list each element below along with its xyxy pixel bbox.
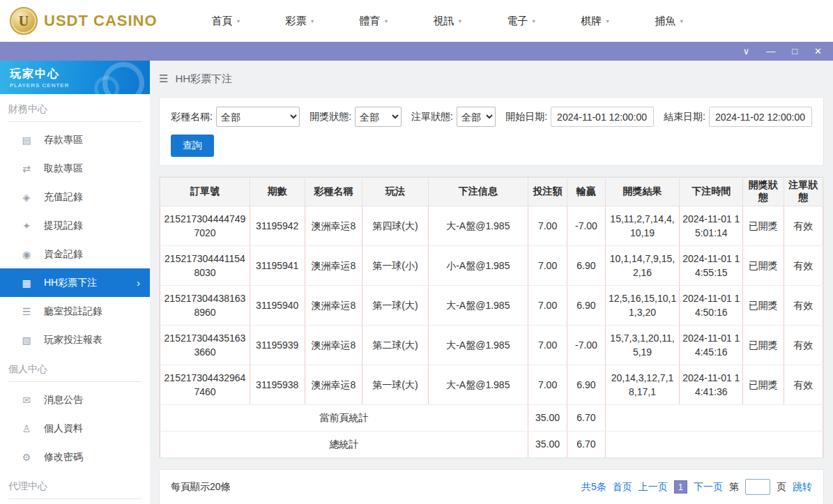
cell-order-id: 2152173044411548030 [160, 246, 250, 286]
players-center-header: 玩家中心 PLAYERS CENTER [0, 61, 150, 94]
menu-toggle-icon[interactable]: ☰ [159, 72, 168, 85]
section-agent-center: 代理中心 [8, 480, 142, 499]
pager: 共5条 首页 上一页 1 下一页 第 页 跳转 [581, 479, 812, 495]
cell-order-status: 有效 [784, 206, 823, 246]
hall-bet-record-icon: ☰ [21, 306, 32, 317]
summary-body: 當前頁統計 35.00 6.70 總統計 35.00 6.70 [160, 405, 823, 458]
page-size-text: 每頁顯示20條 [171, 481, 231, 494]
cell-bet-amount: 7.00 [528, 326, 567, 365]
nav-item-home[interactable]: 首頁▼ [212, 15, 241, 28]
lottery-name-label: 彩種名稱: [171, 111, 213, 123]
sidebar-item-label: 資金記錄 [44, 248, 83, 261]
start-date-input[interactable] [551, 107, 654, 127]
cell-lottery-name: 澳洲幸运8 [305, 206, 362, 246]
cell-draw-result: 20,14,3,12,7,18,17,1 [605, 365, 680, 405]
search-button[interactable]: 查詢 [171, 135, 214, 157]
order-status-select[interactable]: 全部 [457, 107, 496, 127]
cell-bet-time: 2024-11-01 14:55:15 [680, 246, 743, 286]
col-bet-info: 下注信息 [428, 178, 528, 206]
col-bet-amount: 投注額 [528, 178, 567, 206]
summary-empty [605, 432, 823, 458]
cell-win-loss: -7.00 [567, 326, 605, 365]
brand-logo: U USDT CASINO [10, 7, 158, 35]
cell-bet-time: 2024-11-01 14:45:16 [680, 326, 743, 365]
maximize-icon[interactable]: □ [792, 47, 797, 56]
page-jump-input[interactable] [745, 479, 770, 495]
cell-order-id: 2152173044447497020 [160, 206, 250, 246]
chevron-right-icon: › [137, 277, 140, 289]
main-content: ☰ HH彩票下注 彩種名稱: 全部 開獎狀態: 全部 注單狀態: 全部 開始日期… [150, 61, 833, 504]
section-personal-center: 個人中心 [8, 363, 142, 382]
lottery-name-select[interactable]: 全部 [216, 107, 300, 127]
sidebar-item-label: 存款專區 [44, 134, 83, 146]
total-count: 共5条 [581, 481, 606, 494]
cell-order-status: 有效 [784, 246, 823, 286]
jump-button[interactable]: 跳转 [793, 481, 812, 494]
sidebar-item-announcements[interactable]: ✉消息公告 [0, 385, 150, 414]
cell-lottery-name: 澳洲幸运8 [305, 326, 362, 365]
chevron-down-icon: ▼ [605, 19, 610, 24]
sidebar-item-withdraw[interactable]: ⇄取款專區 [0, 154, 150, 183]
sidebar-item-label: HH彩票下注 [44, 277, 97, 289]
cell-bet-amount: 7.00 [528, 206, 567, 246]
chevron-down-icon: ▼ [457, 19, 462, 24]
cell-bet-amount: 7.00 [528, 286, 567, 326]
sidebar-item-deposit[interactable]: ▤存款專區 [0, 125, 150, 154]
current-page[interactable]: 1 [674, 480, 687, 494]
col-lottery-name: 彩種名稱 [305, 178, 362, 206]
end-date-input[interactable] [709, 107, 812, 127]
col-bet-time: 下注時間 [680, 178, 743, 206]
sidebar-item-withdrawal-record[interactable]: ✦提現記錄 [0, 211, 150, 240]
sidebar-item-change-password[interactable]: ⚙修改密碼 [0, 443, 150, 471]
close-icon[interactable]: ✕ [814, 47, 822, 56]
collapse-icon[interactable]: ∨ [743, 47, 750, 56]
sidebar-item-recharge-record[interactable]: ◈充值記錄 [0, 183, 150, 211]
cell-play-type: 第二球(大) [362, 326, 429, 365]
prev-page-link[interactable]: 上一页 [639, 481, 668, 494]
cell-draw-status: 已開獎 [743, 206, 784, 246]
cell-order-status: 有效 [784, 326, 823, 365]
sidebar-item-profile[interactable]: ♙個人資料 [0, 414, 150, 443]
cell-lottery-name: 澳洲幸运8 [305, 286, 362, 326]
sidebar-item-hall-bet-records[interactable]: ☰廳室投註記錄 [0, 297, 150, 326]
top-nav: 首頁▼ 彩票▼ 體育▼ 視訊▼ 電子▼ 棋牌▼ 捕魚▼ [212, 15, 685, 28]
start-date-label: 開始日期: [505, 111, 547, 123]
cell-play-type: 第一球(大) [362, 286, 429, 326]
cell-bet-info: 大-A盤@1.985 [428, 365, 528, 405]
nav-item-live-video[interactable]: 視訊▼ [433, 15, 462, 28]
table-row: 2152173044351633660 31195939 澳洲幸运8 第二球(大… [160, 326, 823, 365]
cell-lottery-name: 澳洲幸运8 [305, 365, 362, 405]
cell-draw-status: 已開獎 [743, 365, 784, 405]
lottery-bet-icon: ▦ [21, 277, 32, 289]
sidebar-item-hh-lottery-bets[interactable]: ▦HH彩票下注› [0, 268, 150, 297]
nav-item-chess-cards[interactable]: 棋牌▼ [581, 15, 610, 28]
summary-win-loss: 6.70 [567, 405, 605, 432]
table-row: 2152173044411548030 31195941 澳洲幸运8 第一球(小… [160, 246, 823, 286]
col-draw-result: 開獎結果 [605, 178, 680, 206]
table-row: 2152173044381638960 31195940 澳洲幸运8 第一球(大… [160, 286, 823, 326]
nav-item-fishing[interactable]: 捕魚▼ [655, 15, 684, 28]
logo-text: USDT CASINO [44, 12, 158, 30]
chevron-down-icon: ▼ [679, 19, 684, 24]
cell-bet-info: 小-A盤@1.985 [428, 246, 528, 286]
sidebar: 玩家中心 PLAYERS CENTER 財務中心 ▤存款專區 ⇄取款專區 ◈充值… [0, 61, 150, 504]
table-row: 2152173044329647460 31195938 澳洲幸运8 第一球(大… [160, 365, 823, 405]
sidebar-item-funds-record[interactable]: ◉資金記錄 [0, 240, 150, 268]
next-page-link[interactable]: 下一页 [694, 481, 723, 494]
sidebar-item-label: 充值記錄 [44, 191, 83, 204]
summary-amount: 35.00 [528, 405, 567, 432]
minimize-icon[interactable]: — [766, 47, 775, 56]
nav-item-sports[interactable]: 體育▼ [359, 15, 388, 28]
sidebar-item-player-bet-report[interactable]: ▧玩家投注報表 [0, 326, 150, 354]
nav-item-slots[interactable]: 電子▼ [507, 15, 536, 28]
cell-period: 31195940 [250, 286, 305, 326]
nav-item-lottery[interactable]: 彩票▼ [286, 15, 315, 28]
table-body: 2152173044447497020 31195942 澳洲幸运8 第四球(大… [160, 206, 823, 405]
col-play-type: 玩法 [362, 178, 429, 206]
draw-status-select[interactable]: 全部 [355, 107, 402, 127]
cell-draw-status: 已開獎 [743, 326, 784, 365]
first-page-link[interactable]: 首页 [613, 481, 632, 494]
cell-draw-result: 15,7,3,1,20,11,5,19 [605, 326, 680, 365]
sidebar-item-label: 廳室投註記錄 [44, 305, 102, 318]
players-center-title: 玩家中心 [10, 67, 150, 82]
